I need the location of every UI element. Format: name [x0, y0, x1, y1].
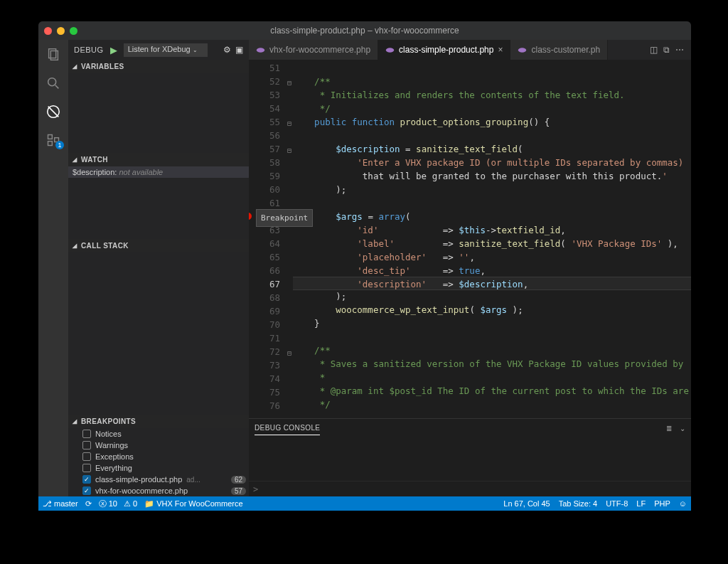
- gutter-line[interactable]: 53: [249, 88, 293, 102]
- code-line[interactable]: 'description' => $description,: [293, 277, 691, 290]
- gutter-line[interactable]: 67: [249, 277, 293, 291]
- breakpoint-checkbox[interactable]: [82, 441, 91, 449]
- editor-tab[interactable]: vhx-for-woocommerce.php: [249, 40, 378, 60]
- gutter-line[interactable]: 56: [249, 129, 293, 142]
- gutter-line[interactable]: 66: [249, 264, 293, 277]
- eol[interactable]: LF: [636, 499, 646, 508]
- breakpoint-checkbox[interactable]: [82, 452, 91, 461]
- breakpoint-checkbox[interactable]: ✓: [82, 486, 91, 495]
- extensions-icon[interactable]: 1: [46, 132, 61, 148]
- code-line[interactable]: /**: [293, 75, 691, 88]
- code-line[interactable]: * @param int $post_id The ID of the curr…: [293, 384, 691, 398]
- debug-config-select[interactable]: Listen for XDebug ⌄: [124, 43, 208, 57]
- tab-size[interactable]: Tab Size: 4: [559, 499, 597, 508]
- gutter-line[interactable]: 74: [249, 372, 293, 385]
- split-editor-icon[interactable]: ◫: [650, 45, 658, 55]
- gutter-line[interactable]: 73: [249, 358, 293, 372]
- code-line[interactable]: */: [293, 102, 691, 115]
- code-line[interactable]: * Initializes and renders the contents o…: [293, 88, 691, 102]
- breakpoint-row[interactable]: ✓ vhx-for-woocommerce.php 57: [68, 485, 249, 496]
- gutter-line[interactable]: 61: [249, 196, 293, 210]
- gutter-line[interactable]: 70: [249, 318, 293, 331]
- code-editor[interactable]: Breakpoint 5152⊟535455⊟5657⊟5859606162⊟6…: [249, 60, 691, 418]
- code-line[interactable]: );: [293, 183, 691, 196]
- code-line[interactable]: $args = array(: [293, 210, 691, 223]
- watch-section-header[interactable]: ◢WATCH: [68, 153, 249, 166]
- code-line[interactable]: [293, 196, 691, 210]
- gutter-line[interactable]: 76: [249, 399, 293, 413]
- gutter-line[interactable]: 55⊟: [249, 115, 293, 129]
- code-line[interactable]: 'label' => sanitize_text_field( 'VHX Pac…: [293, 237, 691, 250]
- cursor-position[interactable]: Ln 67, Col 45: [503, 499, 550, 508]
- debug-settings-icon[interactable]: ⚙: [223, 45, 231, 55]
- breakpoint-row[interactable]: Everything: [68, 462, 249, 474]
- debug-console-tab[interactable]: DEBUG CONSOLE: [255, 421, 320, 435]
- debug-console-input[interactable]: >: [249, 481, 691, 496]
- gutter-line[interactable]: 60: [249, 183, 293, 196]
- gutter-line[interactable]: 68: [249, 291, 293, 304]
- breakpoint-label: Exceptions: [95, 452, 134, 461]
- svg-line-5: [48, 107, 59, 117]
- breakpoint-checkbox[interactable]: [82, 430, 91, 438]
- code-line[interactable]: that will be granted to the purchaser wi…: [293, 169, 691, 183]
- more-actions-icon[interactable]: ⋯: [675, 45, 684, 55]
- editor-tab[interactable]: class-customer.ph: [510, 40, 608, 60]
- explorer-icon[interactable]: [46, 47, 61, 63]
- gutter-line[interactable]: 54: [249, 102, 293, 115]
- breakpoint-checkbox[interactable]: [82, 464, 91, 472]
- breakpoint-row[interactable]: Warnings: [68, 440, 249, 451]
- compare-icon[interactable]: ⧉: [663, 45, 670, 55]
- gutter-line[interactable]: 58: [249, 156, 293, 169]
- code-line[interactable]: }: [293, 316, 691, 330]
- git-branch[interactable]: ⎇ master: [43, 499, 78, 509]
- code-line[interactable]: /**: [293, 344, 691, 357]
- code-line[interactable]: [293, 129, 691, 142]
- close-tab-icon[interactable]: ×: [498, 45, 503, 55]
- start-debug-button[interactable]: ▶: [108, 45, 119, 55]
- feedback-icon[interactable]: ☺: [679, 499, 687, 508]
- project-name[interactable]: 📁 VHX For WooCommerce: [144, 499, 242, 509]
- gutter-line[interactable]: 51: [249, 61, 293, 75]
- breakpoints-section-header[interactable]: ◢BREAKPOINTS: [68, 415, 249, 428]
- code-line[interactable]: public function product_options_grouping…: [293, 115, 691, 129]
- clear-console-icon[interactable]: ≣: [666, 425, 672, 432]
- code-line[interactable]: *: [293, 371, 691, 384]
- code-line[interactable]: */: [293, 398, 691, 411]
- breakpoint-checkbox[interactable]: ✓: [82, 475, 91, 484]
- encoding[interactable]: UTF-8: [606, 499, 628, 508]
- code-line[interactable]: 'placeholder' => '',: [293, 250, 691, 264]
- gutter-line[interactable]: 71: [249, 331, 293, 345]
- breakpoint-row[interactable]: Notices: [68, 428, 249, 440]
- breakpoint-row[interactable]: Exceptions: [68, 451, 249, 462]
- code-line[interactable]: 'desc_tip' => true,: [293, 264, 691, 277]
- code-line[interactable]: $description = sanitize_text_field(: [293, 142, 691, 156]
- code-line[interactable]: * Saves a sanitized version of the VHX P…: [293, 357, 691, 371]
- gutter-line[interactable]: 52⊟: [249, 75, 293, 88]
- code-line[interactable]: 'id' => $this->textfield_id,: [293, 223, 691, 237]
- sync-icon[interactable]: ⟳: [85, 499, 92, 509]
- breakpoint-marker[interactable]: [249, 213, 252, 220]
- code-line[interactable]: [293, 330, 691, 344]
- variables-section-header[interactable]: ◢VARIABLES: [68, 60, 249, 73]
- gutter-line[interactable]: 64: [249, 237, 293, 250]
- language-mode[interactable]: PHP: [654, 499, 670, 508]
- callstack-section-header[interactable]: ◢CALL STACK: [68, 239, 249, 252]
- code-line[interactable]: 'Enter a VHX package ID (or multiple IDs…: [293, 156, 691, 169]
- gutter-line[interactable]: 69: [249, 304, 293, 318]
- gutter-line[interactable]: 72⊟: [249, 345, 293, 358]
- gutter-line[interactable]: 57⊟: [249, 142, 293, 156]
- watch-expression[interactable]: $description: not available: [68, 166, 249, 178]
- debug-icon[interactable]: [46, 104, 61, 119]
- breakpoint-row[interactable]: ✓ class-simple-product.php ad... 62: [68, 474, 249, 485]
- gutter-line[interactable]: 75: [249, 385, 293, 399]
- code-line[interactable]: woocommerce_wp_text_input( $args );: [293, 303, 691, 316]
- collapse-panel-icon[interactable]: ⌄: [680, 425, 685, 432]
- code-line[interactable]: );: [293, 289, 691, 303]
- debug-console-icon[interactable]: ▣: [235, 45, 243, 55]
- gutter-line[interactable]: 59: [249, 169, 293, 183]
- gutter-line[interactable]: 65: [249, 250, 293, 264]
- code-line[interactable]: [293, 61, 691, 75]
- problems-status[interactable]: ⓧ 10 ⚠ 0: [99, 499, 138, 509]
- editor-tab[interactable]: class-simple-product.php ×: [378, 40, 510, 60]
- search-icon[interactable]: [46, 75, 61, 91]
